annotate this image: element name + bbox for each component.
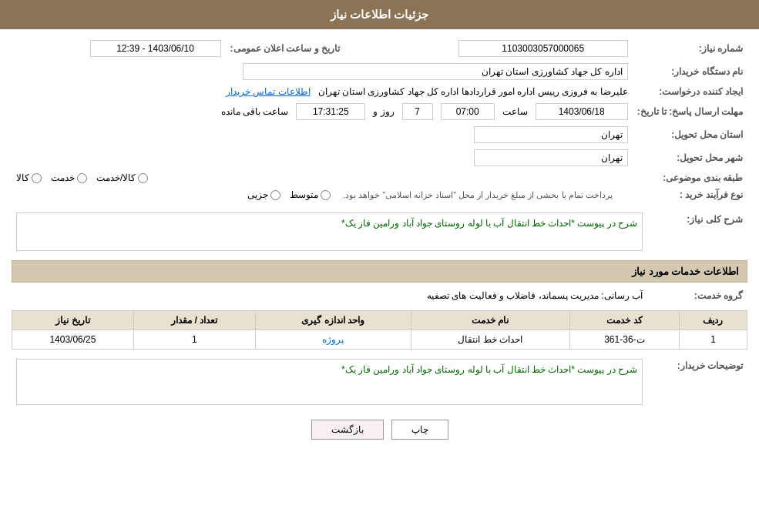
buyer-name-value: اداره کل جهاد کشاورزی استان تهران: [243, 63, 628, 80]
subject-radio-both: کالا/خدمت: [96, 172, 148, 183]
subject-radio-kala: کالا: [16, 172, 42, 183]
province-label: استان محل تحویل:: [633, 123, 747, 146]
creator-contact-link[interactable]: اطلاعات تماس خریدار: [226, 86, 311, 97]
col-row: ردیف: [679, 311, 747, 330]
need-number-label: شماره نیاز:: [633, 37, 747, 60]
buyer-desc-label: توضیحات خریدار:: [647, 356, 747, 408]
response-remaining-value: 17:31:25: [296, 103, 365, 120]
col-qty: تعداد / مقدار: [133, 311, 255, 330]
col-name: نام خدمت: [411, 311, 569, 330]
response-time-label: ساعت: [502, 106, 528, 117]
creator-value: علیرضا به فروزی رییس اداره امور قرارداده…: [318, 86, 628, 97]
purchase-type-radio2-label: متوسط: [290, 189, 318, 200]
purchase-type-radio-motavasset: متوسط: [290, 189, 331, 200]
city-label: شهر محل تحویل:: [633, 146, 747, 169]
response-days-value: 7: [402, 103, 433, 120]
need-number-value: 1103003057000065: [458, 40, 628, 57]
print-button[interactable]: چاپ: [391, 420, 448, 440]
general-desc-label: شرح کلی نیاز:: [647, 209, 747, 254]
subject-radio2-label: خدمت: [51, 172, 75, 183]
announce-date-value: 1403/06/10 - 12:39: [90, 40, 221, 57]
subject-radio-khedmat: خدمت: [51, 172, 87, 183]
response-remaining-label: ساعت باقی مانده: [221, 106, 289, 117]
creator-label: ایجاد کننده درخواست:: [633, 83, 747, 100]
response-date-value: 1403/06/18: [536, 103, 628, 120]
buyer-desc-box: شرح در پیوست *احداث خط انتقال آب با لوله…: [16, 359, 643, 405]
purchase-type-label: نوع فرآیند خرید :: [633, 186, 747, 203]
announce-date-label: تاریخ و ساعت اعلان عمومی:: [226, 37, 344, 60]
buyer-name-label: نام دستگاه خریدار:: [633, 60, 747, 83]
back-button[interactable]: بازگشت: [311, 420, 384, 440]
general-desc-value: شرح در پیوست *احداث خط انتقال آب با لوله…: [341, 218, 637, 229]
subject-radio3-label: کالا/خدمت: [96, 172, 136, 183]
col-code: کد خدمت: [569, 311, 679, 330]
header-title: جزئیات اطلاعات نیاز: [331, 8, 428, 21]
col-unit: واحد اندازه گیری: [255, 311, 411, 330]
action-buttons: چاپ بازگشت: [12, 420, 747, 440]
response-date-label: مهلت ارسال پاسخ: تا تاریخ:: [633, 100, 747, 123]
purchase-type-note: پرداخت تمام یا بخشی از مبلغ خریدار از مح…: [343, 190, 613, 200]
services-table: ردیف کد خدمت نام خدمت واحد اندازه گیری ت…: [12, 310, 747, 350]
response-time-value: 07:00: [441, 103, 495, 120]
services-section-title: اطلاعات خدمات مورد نیاز: [12, 260, 747, 283]
service-group-label: گروه خدمت:: [647, 287, 747, 304]
general-desc-box: شرح در پیوست *احداث خط انتقال آب با لوله…: [16, 212, 643, 251]
province-value: تهران: [474, 126, 628, 143]
purchase-type-radio1-label: جزیی: [247, 189, 268, 200]
buyer-desc-value: شرح در پیوست *احداث خط انتقال آب با لوله…: [341, 364, 637, 375]
purchase-type-radio-jozi: جزیی: [247, 189, 280, 200]
col-date: تاریخ نیاز: [12, 311, 134, 330]
page-header: جزئیات اطلاعات نیاز: [0, 0, 759, 29]
service-group-value: آب رسانی: مدیریت پسماند، فاضلاب و فعالیت…: [427, 290, 643, 301]
table-row: 1ت-36-361احداث خط انتقالپروژه11403/06/25: [12, 330, 747, 350]
subject-radio1-label: کالا: [16, 172, 29, 183]
city-value: تهران: [474, 149, 628, 166]
subject-label: طبقه بندی موضوعی:: [633, 169, 747, 186]
response-days-label: روز و: [373, 106, 394, 117]
